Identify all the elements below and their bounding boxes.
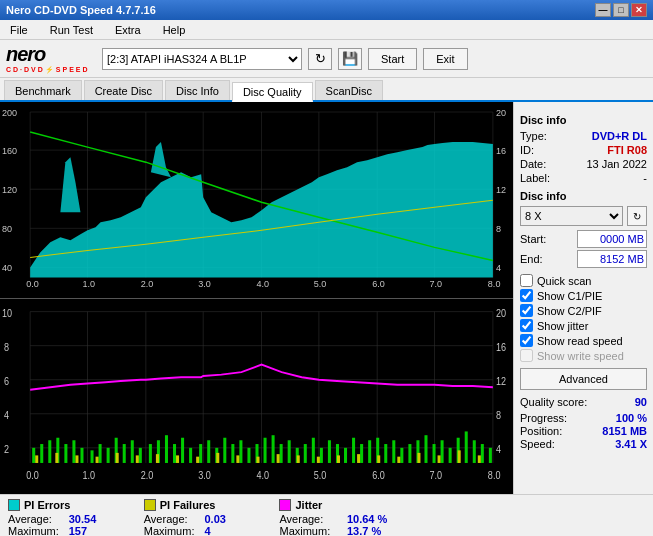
svg-rect-81 bbox=[272, 435, 275, 463]
pi-errors-max-row: Maximum: 157 bbox=[8, 525, 124, 536]
checkboxes-section: Quick scan Show C1/PIE Show C2/PIF Show … bbox=[520, 274, 647, 362]
advanced-button[interactable]: Advanced bbox=[520, 368, 647, 390]
svg-rect-109 bbox=[35, 455, 38, 463]
show-jitter-row: Show jitter bbox=[520, 319, 647, 332]
pi-failures-max-value: 4 bbox=[204, 525, 259, 536]
jitter-average-row: Average: 10.64 % bbox=[279, 513, 401, 525]
tab-benchmark[interactable]: Benchmark bbox=[4, 80, 82, 100]
svg-rect-121 bbox=[277, 454, 280, 463]
jitter-max-row: Maximum: 13.7 % bbox=[279, 525, 401, 536]
start-button[interactable]: Start bbox=[368, 48, 417, 70]
svg-rect-120 bbox=[257, 456, 260, 462]
speed-label: Speed: bbox=[520, 438, 555, 450]
disc-id-row: ID: FTI R08 bbox=[520, 144, 647, 156]
upper-chart-svg: 200 160 120 80 40 20 16 12 8 4 0.0 1.0 2… bbox=[0, 102, 513, 298]
svg-rect-52 bbox=[32, 447, 35, 462]
show-c1-pie-checkbox[interactable] bbox=[520, 289, 533, 302]
svg-rect-56 bbox=[64, 444, 67, 463]
titlebar: Nero CD-DVD Speed 4.7.7.16 — □ ✕ bbox=[0, 0, 653, 20]
svg-text:4: 4 bbox=[496, 263, 501, 273]
refresh-icon[interactable]: ↻ bbox=[308, 48, 332, 70]
svg-rect-125 bbox=[357, 454, 360, 463]
menu-file[interactable]: File bbox=[4, 22, 34, 38]
tab-create-disc[interactable]: Create Disc bbox=[84, 80, 163, 100]
svg-text:8: 8 bbox=[496, 408, 501, 420]
pi-failures-average-label: Average: bbox=[144, 513, 188, 525]
svg-rect-93 bbox=[368, 440, 371, 463]
show-write-speed-checkbox[interactable] bbox=[520, 349, 533, 362]
show-read-speed-label: Show read speed bbox=[537, 335, 623, 347]
speed-row: Speed: 3.41 X bbox=[520, 438, 647, 450]
svg-rect-68 bbox=[165, 435, 168, 463]
svg-text:12: 12 bbox=[496, 185, 506, 195]
show-c1-pie-row: Show C1/PIE bbox=[520, 289, 647, 302]
svg-text:6.0: 6.0 bbox=[372, 469, 385, 481]
chart-lower: 10 8 6 4 2 20 16 12 8 4 0.0 1.0 2.0 3.0 … bbox=[0, 299, 513, 495]
svg-rect-83 bbox=[288, 440, 291, 463]
svg-rect-122 bbox=[297, 455, 300, 463]
show-write-speed-label: Show write speed bbox=[537, 350, 624, 362]
exit-button[interactable]: Exit bbox=[423, 48, 467, 70]
svg-rect-58 bbox=[80, 447, 83, 462]
end-mb-input[interactable] bbox=[577, 250, 647, 268]
svg-text:12: 12 bbox=[496, 374, 506, 386]
svg-text:4.0: 4.0 bbox=[257, 279, 270, 289]
show-c2-pif-checkbox[interactable] bbox=[520, 304, 533, 317]
show-c2-pif-label: Show C2/PIF bbox=[537, 305, 602, 317]
tab-scan-disc[interactable]: ScanDisc bbox=[315, 80, 383, 100]
show-c2-pif-row: Show C2/PIF bbox=[520, 304, 647, 317]
svg-text:7.0: 7.0 bbox=[430, 279, 443, 289]
svg-rect-64 bbox=[131, 440, 134, 463]
svg-text:3.0: 3.0 bbox=[198, 279, 211, 289]
svg-rect-123 bbox=[317, 456, 320, 462]
quick-scan-label: Quick scan bbox=[537, 275, 591, 287]
svg-text:80: 80 bbox=[2, 224, 12, 234]
nero-logo-subtitle: CD·DVD⚡SPEED bbox=[6, 66, 96, 74]
disc-date-value: 13 Jan 2022 bbox=[586, 158, 647, 170]
svg-rect-69 bbox=[173, 444, 176, 463]
svg-rect-82 bbox=[280, 444, 283, 463]
svg-rect-92 bbox=[360, 444, 363, 463]
settings-reset-icon[interactable]: ↻ bbox=[627, 206, 647, 226]
speed-setting-row: 8 X ↻ bbox=[520, 206, 647, 226]
svg-text:2.0: 2.0 bbox=[141, 469, 154, 481]
drive-select[interactable]: [2:3] ATAPI iHAS324 A BL1P bbox=[102, 48, 302, 70]
show-read-speed-checkbox[interactable] bbox=[520, 334, 533, 347]
svg-rect-130 bbox=[458, 450, 461, 463]
pi-errors-average-row: Average: 30.54 bbox=[8, 513, 124, 525]
quick-scan-checkbox[interactable] bbox=[520, 274, 533, 287]
speed-select[interactable]: 8 X bbox=[520, 206, 623, 226]
start-mb-input[interactable] bbox=[577, 230, 647, 248]
svg-rect-131 bbox=[478, 455, 481, 463]
svg-text:4.0: 4.0 bbox=[257, 469, 270, 481]
svg-rect-102 bbox=[441, 440, 444, 463]
svg-rect-116 bbox=[176, 455, 179, 463]
svg-rect-101 bbox=[433, 444, 436, 463]
svg-text:1.0: 1.0 bbox=[82, 469, 95, 481]
minimize-button[interactable]: — bbox=[595, 3, 611, 17]
quality-score-value: 90 bbox=[635, 396, 647, 408]
svg-text:2: 2 bbox=[4, 442, 9, 454]
quality-score-row: Quality score: 90 bbox=[520, 396, 647, 408]
show-jitter-checkbox[interactable] bbox=[520, 319, 533, 332]
svg-rect-63 bbox=[123, 444, 126, 463]
svg-rect-59 bbox=[91, 450, 94, 463]
svg-rect-96 bbox=[392, 440, 395, 463]
svg-text:8.0: 8.0 bbox=[488, 469, 501, 481]
menu-help[interactable]: Help bbox=[157, 22, 192, 38]
menu-extra[interactable]: Extra bbox=[109, 22, 147, 38]
nero-logo-text: nero bbox=[6, 43, 96, 66]
pi-failures-label-row: PI Failures bbox=[144, 499, 260, 511]
tabs: Benchmark Create Disc Disc Info Disc Qua… bbox=[0, 78, 653, 102]
save-icon[interactable]: 💾 bbox=[338, 48, 362, 70]
pi-failures-average-value: 0.03 bbox=[204, 513, 259, 525]
maximize-button[interactable]: □ bbox=[613, 3, 629, 17]
svg-rect-65 bbox=[139, 447, 142, 462]
titlebar-title: Nero CD-DVD Speed 4.7.7.16 bbox=[6, 4, 156, 16]
close-button[interactable]: ✕ bbox=[631, 3, 647, 17]
menu-run-test[interactable]: Run Test bbox=[44, 22, 99, 38]
svg-rect-126 bbox=[377, 455, 380, 463]
tab-disc-quality[interactable]: Disc Quality bbox=[232, 82, 313, 102]
svg-text:160: 160 bbox=[2, 146, 17, 156]
tab-disc-info[interactable]: Disc Info bbox=[165, 80, 230, 100]
